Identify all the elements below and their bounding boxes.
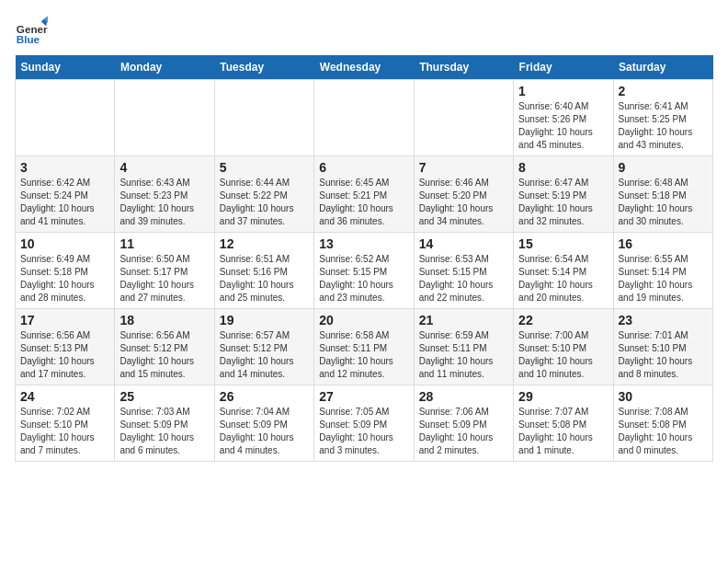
day-cell: 18Sunrise: 6:56 AM Sunset: 5:12 PM Dayli… [115, 309, 214, 385]
day-cell: 17Sunrise: 6:56 AM Sunset: 5:13 PM Dayli… [16, 309, 115, 385]
day-cell: 29Sunrise: 7:07 AM Sunset: 5:08 PM Dayli… [514, 385, 613, 462]
day-cell: 14Sunrise: 6:53 AM Sunset: 5:15 PM Dayli… [414, 233, 513, 309]
day-cell [214, 80, 313, 156]
day-cell: 13Sunrise: 6:52 AM Sunset: 5:15 PM Dayli… [314, 233, 414, 309]
day-info: Sunrise: 6:59 AM Sunset: 5:11 PM Dayligh… [419, 329, 508, 381]
day-cell: 22Sunrise: 7:00 AM Sunset: 5:10 PM Dayli… [514, 309, 613, 385]
day-info: Sunrise: 6:51 AM Sunset: 5:16 PM Dayligh… [220, 253, 309, 304]
day-number: 10 [20, 236, 109, 251]
day-info: Sunrise: 6:48 AM Sunset: 5:18 PM Dayligh… [619, 177, 708, 228]
day-number: 8 [518, 160, 608, 175]
day-cell: 10Sunrise: 6:49 AM Sunset: 5:18 PM Dayli… [16, 233, 115, 309]
day-number: 24 [20, 389, 109, 404]
col-header-friday: Friday [514, 55, 613, 80]
week-row-5: 24Sunrise: 7:02 AM Sunset: 5:10 PM Dayli… [16, 385, 713, 462]
day-info: Sunrise: 6:57 AM Sunset: 5:12 PM Dayligh… [220, 329, 309, 381]
day-cell: 4Sunrise: 6:43 AM Sunset: 5:23 PM Daylig… [115, 156, 214, 233]
day-number: 4 [119, 160, 209, 175]
day-cell: 6Sunrise: 6:45 AM Sunset: 5:21 PM Daylig… [314, 156, 414, 233]
day-number: 28 [419, 389, 508, 404]
day-number: 9 [619, 160, 708, 175]
day-info: Sunrise: 6:49 AM Sunset: 5:18 PM Dayligh… [20, 253, 109, 304]
day-cell: 19Sunrise: 6:57 AM Sunset: 5:12 PM Dayli… [214, 309, 313, 385]
day-cell: 5Sunrise: 6:44 AM Sunset: 5:22 PM Daylig… [214, 156, 313, 233]
col-header-monday: Monday [115, 55, 214, 80]
day-info: Sunrise: 6:53 AM Sunset: 5:15 PM Dayligh… [419, 253, 508, 304]
day-cell: 3Sunrise: 6:42 AM Sunset: 5:24 PM Daylig… [16, 156, 115, 233]
day-info: Sunrise: 6:47 AM Sunset: 5:19 PM Dayligh… [518, 177, 608, 228]
week-row-3: 10Sunrise: 6:49 AM Sunset: 5:18 PM Dayli… [16, 233, 713, 309]
day-cell: 12Sunrise: 6:51 AM Sunset: 5:16 PM Dayli… [214, 233, 313, 309]
day-cell: 21Sunrise: 6:59 AM Sunset: 5:11 PM Dayli… [414, 309, 513, 385]
calendar-table: SundayMondayTuesdayWednesdayThursdayFrid… [15, 55, 713, 462]
day-cell: 30Sunrise: 7:08 AM Sunset: 5:08 PM Dayli… [613, 385, 712, 462]
day-number: 25 [119, 389, 209, 404]
day-number: 2 [619, 84, 708, 98]
day-number: 11 [119, 236, 209, 251]
day-cell: 7Sunrise: 6:46 AM Sunset: 5:20 PM Daylig… [414, 156, 513, 233]
day-number: 7 [419, 160, 508, 175]
header: General Blue [15, 15, 713, 48]
header-row: SundayMondayTuesdayWednesdayThursdayFrid… [16, 55, 713, 80]
day-number: 15 [518, 236, 608, 251]
day-cell [115, 80, 214, 156]
day-cell: 9Sunrise: 6:48 AM Sunset: 5:18 PM Daylig… [613, 156, 712, 233]
logo-icon: General Blue [15, 15, 48, 48]
day-info: Sunrise: 6:54 AM Sunset: 5:14 PM Dayligh… [518, 253, 608, 304]
col-header-tuesday: Tuesday [214, 55, 313, 80]
day-info: Sunrise: 7:01 AM Sunset: 5:10 PM Dayligh… [619, 329, 708, 381]
week-row-2: 3Sunrise: 6:42 AM Sunset: 5:24 PM Daylig… [16, 156, 713, 233]
week-row-4: 17Sunrise: 6:56 AM Sunset: 5:13 PM Dayli… [16, 309, 713, 385]
day-number: 18 [119, 313, 209, 327]
day-info: Sunrise: 6:41 AM Sunset: 5:25 PM Dayligh… [619, 100, 708, 152]
day-cell [414, 80, 513, 156]
logo: General Blue [15, 15, 48, 48]
day-cell: 2Sunrise: 6:41 AM Sunset: 5:25 PM Daylig… [613, 80, 712, 156]
day-number: 13 [319, 236, 408, 251]
day-cell: 26Sunrise: 7:04 AM Sunset: 5:09 PM Dayli… [214, 385, 313, 462]
col-header-saturday: Saturday [613, 55, 712, 80]
day-info: Sunrise: 6:56 AM Sunset: 5:13 PM Dayligh… [20, 329, 109, 381]
day-info: Sunrise: 7:00 AM Sunset: 5:10 PM Dayligh… [518, 329, 608, 381]
day-cell: 28Sunrise: 7:06 AM Sunset: 5:09 PM Dayli… [414, 385, 513, 462]
day-info: Sunrise: 6:46 AM Sunset: 5:20 PM Dayligh… [419, 177, 508, 228]
day-cell: 15Sunrise: 6:54 AM Sunset: 5:14 PM Dayli… [514, 233, 613, 309]
day-info: Sunrise: 6:42 AM Sunset: 5:24 PM Dayligh… [20, 177, 109, 228]
day-info: Sunrise: 7:02 AM Sunset: 5:10 PM Dayligh… [20, 406, 109, 457]
day-cell: 8Sunrise: 6:47 AM Sunset: 5:19 PM Daylig… [514, 156, 613, 233]
col-header-wednesday: Wednesday [314, 55, 414, 80]
day-number: 6 [319, 160, 408, 175]
day-info: Sunrise: 6:58 AM Sunset: 5:11 PM Dayligh… [319, 329, 408, 381]
day-number: 20 [319, 313, 408, 327]
day-number: 29 [518, 389, 608, 404]
week-row-1: 1Sunrise: 6:40 AM Sunset: 5:26 PM Daylig… [16, 80, 713, 156]
day-number: 1 [518, 84, 608, 98]
col-header-thursday: Thursday [414, 55, 513, 80]
day-number: 5 [220, 160, 309, 175]
day-info: Sunrise: 7:08 AM Sunset: 5:08 PM Dayligh… [619, 406, 708, 457]
day-number: 17 [20, 313, 109, 327]
day-info: Sunrise: 7:03 AM Sunset: 5:09 PM Dayligh… [119, 406, 209, 457]
day-cell: 24Sunrise: 7:02 AM Sunset: 5:10 PM Dayli… [16, 385, 115, 462]
day-number: 23 [619, 313, 708, 327]
day-info: Sunrise: 6:52 AM Sunset: 5:15 PM Dayligh… [319, 253, 408, 304]
day-info: Sunrise: 7:06 AM Sunset: 5:09 PM Dayligh… [419, 406, 508, 457]
day-number: 14 [419, 236, 508, 251]
day-number: 19 [220, 313, 309, 327]
day-number: 27 [319, 389, 408, 404]
day-cell: 27Sunrise: 7:05 AM Sunset: 5:09 PM Dayli… [314, 385, 414, 462]
day-info: Sunrise: 7:05 AM Sunset: 5:09 PM Dayligh… [319, 406, 408, 457]
day-number: 30 [619, 389, 708, 404]
col-header-sunday: Sunday [16, 55, 115, 80]
day-info: Sunrise: 6:43 AM Sunset: 5:23 PM Dayligh… [119, 177, 209, 228]
day-number: 16 [619, 236, 708, 251]
day-info: Sunrise: 6:45 AM Sunset: 5:21 PM Dayligh… [319, 177, 408, 228]
day-cell: 23Sunrise: 7:01 AM Sunset: 5:10 PM Dayli… [613, 309, 712, 385]
day-info: Sunrise: 6:40 AM Sunset: 5:26 PM Dayligh… [518, 100, 608, 152]
day-number: 22 [518, 313, 608, 327]
day-number: 12 [220, 236, 309, 251]
day-cell: 25Sunrise: 7:03 AM Sunset: 5:09 PM Dayli… [115, 385, 214, 462]
day-info: Sunrise: 6:56 AM Sunset: 5:12 PM Dayligh… [119, 329, 209, 381]
day-number: 3 [20, 160, 109, 175]
day-cell [16, 80, 115, 156]
